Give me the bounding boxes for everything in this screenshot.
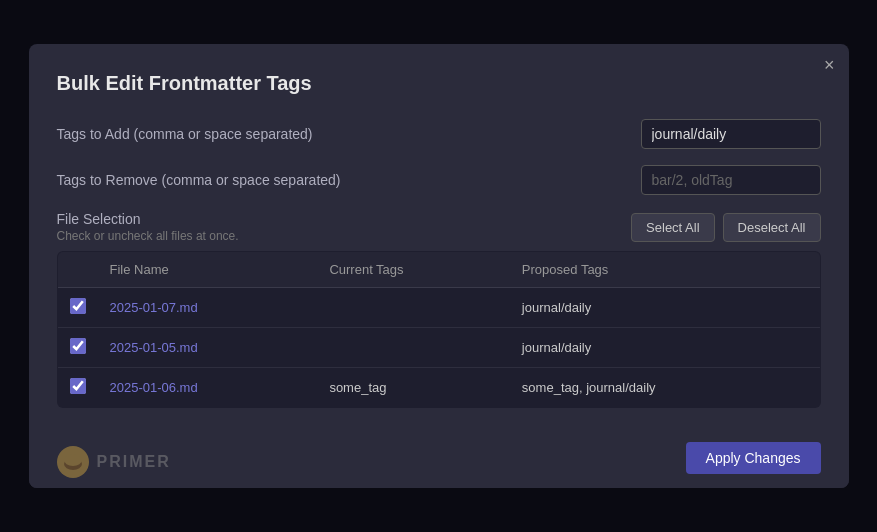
table-row: 2025-01-07.mdjournal/daily bbox=[57, 288, 820, 328]
row-current-tags bbox=[317, 288, 509, 328]
close-button[interactable]: × bbox=[824, 56, 835, 74]
selection-btn-group: Select All Deselect All bbox=[631, 213, 820, 242]
tags-add-row: Tags to Add (comma or space separated) bbox=[57, 119, 821, 149]
row-checkbox[interactable] bbox=[70, 378, 86, 394]
primer-logo-svg bbox=[63, 452, 83, 472]
row-checkbox-cell bbox=[57, 368, 98, 408]
row-proposed-tags: journal/daily bbox=[510, 328, 820, 368]
table-body: 2025-01-07.mdjournal/daily2025-01-05.mdj… bbox=[57, 288, 820, 408]
col-current-tags: Current Tags bbox=[317, 252, 509, 288]
table-row: 2025-01-05.mdjournal/daily bbox=[57, 328, 820, 368]
row-checkbox-cell bbox=[57, 328, 98, 368]
svg-point-1 bbox=[64, 454, 82, 466]
modal-dialog: × Bulk Edit Frontmatter Tags Tags to Add… bbox=[29, 44, 849, 488]
file-selection-header: File Selection Check or uncheck all file… bbox=[57, 211, 821, 243]
row-filename: 2025-01-06.md bbox=[98, 368, 318, 408]
tags-remove-label: Tags to Remove (comma or space separated… bbox=[57, 172, 641, 188]
row-checkbox[interactable] bbox=[70, 298, 86, 314]
file-table: File Name Current Tags Proposed Tags 202… bbox=[57, 251, 821, 408]
tags-add-label: Tags to Add (comma or space separated) bbox=[57, 126, 641, 142]
row-filename: 2025-01-07.md bbox=[98, 288, 318, 328]
col-filename: File Name bbox=[98, 252, 318, 288]
table-row: 2025-01-06.mdsome_tagsome_tag, journal/d… bbox=[57, 368, 820, 408]
table-header: File Name Current Tags Proposed Tags bbox=[57, 252, 820, 288]
row-checkbox[interactable] bbox=[70, 338, 86, 354]
tags-remove-input[interactable] bbox=[641, 165, 821, 195]
modal-footer: PRIMER Apply Changes bbox=[29, 428, 849, 488]
col-proposed-tags: Proposed Tags bbox=[510, 252, 820, 288]
row-current-tags bbox=[317, 328, 509, 368]
file-selection-info: File Selection Check or uncheck all file… bbox=[57, 211, 632, 243]
row-proposed-tags: some_tag, journal/daily bbox=[510, 368, 820, 408]
tags-remove-row: Tags to Remove (comma or space separated… bbox=[57, 165, 821, 195]
row-proposed-tags: journal/daily bbox=[510, 288, 820, 328]
row-checkbox-cell bbox=[57, 288, 98, 328]
apply-changes-button[interactable]: Apply Changes bbox=[686, 442, 821, 474]
table-header-row: File Name Current Tags Proposed Tags bbox=[57, 252, 820, 288]
primer-logo-text: PRIMER bbox=[97, 453, 171, 471]
primer-logo: PRIMER bbox=[57, 446, 171, 478]
row-current-tags: some_tag bbox=[317, 368, 509, 408]
file-selection-subtitle: Check or uncheck all files at once. bbox=[57, 229, 632, 243]
file-selection-title: File Selection bbox=[57, 211, 632, 227]
row-filename: 2025-01-05.md bbox=[98, 328, 318, 368]
select-all-button[interactable]: Select All bbox=[631, 213, 714, 242]
tags-add-input[interactable] bbox=[641, 119, 821, 149]
primer-logo-icon bbox=[57, 446, 89, 478]
col-checkbox bbox=[57, 252, 98, 288]
modal-title: Bulk Edit Frontmatter Tags bbox=[57, 72, 821, 95]
deselect-all-button[interactable]: Deselect All bbox=[723, 213, 821, 242]
